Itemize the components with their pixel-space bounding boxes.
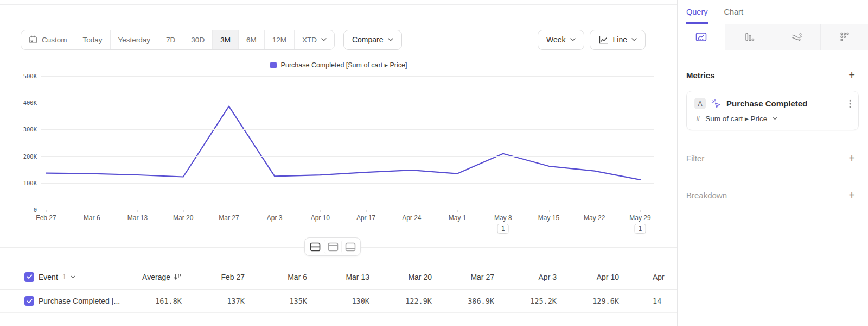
x-axis-label: Mar 20 xyxy=(161,214,206,222)
metric-card[interactable]: A Purchase Completed # Sum of cart ▸ Pri… xyxy=(686,91,859,130)
x-axis-tick xyxy=(366,210,367,212)
date-column-header: Mar 20 xyxy=(377,273,439,281)
row-values: 137K135K130K122.9K386.9K125.2K129.6K14 xyxy=(182,297,677,305)
x-axis-tick xyxy=(320,210,321,212)
x-axis-label: May 29 xyxy=(617,214,663,222)
y-axis-label: 200K xyxy=(0,153,37,160)
range-7d[interactable]: 7D xyxy=(158,30,183,49)
chevron-down-icon[interactable] xyxy=(71,275,75,279)
date-range-group: CustomTodayYesterday7D30D3M6M12MXTD xyxy=(21,30,335,50)
top-divider xyxy=(0,4,677,5)
table-only-button[interactable] xyxy=(341,240,359,254)
value-cell: 125.2K xyxy=(502,297,564,305)
average-header-cell: Average xyxy=(126,273,182,281)
add-breakdown-button[interactable]: + xyxy=(848,190,855,200)
chart-type-bar[interactable] xyxy=(725,24,773,50)
range-label: Custom xyxy=(42,36,67,44)
series-name-cell: Purchase Completed [... xyxy=(0,296,126,306)
legend-label: Purchase Completed [Sum of cart ▸ Price] xyxy=(281,61,407,69)
granularity-dropdown[interactable]: Week xyxy=(538,30,584,50)
value-cell: 122.9K xyxy=(377,297,439,305)
chevron-down-icon xyxy=(773,117,777,120)
range-yesterday[interactable]: Yesterday xyxy=(110,30,158,49)
line-series[interactable] xyxy=(46,106,640,180)
compare-button[interactable]: Compare xyxy=(343,30,402,50)
add-filter-button[interactable]: + xyxy=(848,153,855,164)
annotation-badge[interactable]: 1 xyxy=(635,224,646,234)
flows-icon xyxy=(791,32,802,42)
chart-type-flows[interactable] xyxy=(773,24,820,50)
granularity-label: Week xyxy=(546,35,566,44)
kebab-menu-icon[interactable] xyxy=(849,99,851,108)
breakdown-section-header: Breakdown + xyxy=(678,190,868,200)
x-axis-label: May 8 xyxy=(480,214,526,222)
range-6m[interactable]: 6M xyxy=(238,30,264,49)
value-cell: 130K xyxy=(315,297,377,305)
chart-only-icon xyxy=(328,242,339,252)
metric-letter-badge: A xyxy=(694,98,706,109)
aggregation-dropdown[interactable]: # Sum of cart ▸ Price xyxy=(694,114,851,123)
chart-type-dropdown[interactable]: Line xyxy=(590,30,646,50)
x-axis-tick xyxy=(549,210,550,212)
select-all-checkbox[interactable] xyxy=(24,272,34,282)
x-axis-label: May 1 xyxy=(435,214,480,222)
sort-descending-icon[interactable] xyxy=(174,273,182,281)
tab-query[interactable]: Query xyxy=(686,0,708,24)
range-12m[interactable]: 12M xyxy=(264,30,294,49)
x-axis-tick xyxy=(229,210,229,212)
filter-title: Filter xyxy=(686,154,704,163)
plot-right-border xyxy=(654,76,654,210)
x-axis-tick xyxy=(457,210,458,212)
chevron-down-icon xyxy=(631,38,637,41)
metrics-section-header: Metrics + xyxy=(678,70,868,80)
annotation-badge[interactable]: 1 xyxy=(497,224,509,234)
gridline-300K xyxy=(41,129,654,130)
range-xtd[interactable]: XTD xyxy=(294,30,334,49)
gridline-0 xyxy=(41,210,654,210)
x-axis-label: Apr 10 xyxy=(297,214,343,222)
chart-type-retention[interactable] xyxy=(820,24,868,50)
panel-tabs: Query Chart xyxy=(678,0,868,24)
range-custom[interactable]: Custom xyxy=(21,30,75,49)
date-column-header: Mar 27 xyxy=(439,273,502,281)
value-cell: 135K xyxy=(252,297,315,305)
row-checkbox[interactable] xyxy=(24,296,34,306)
x-axis-label: Apr 17 xyxy=(343,214,389,222)
aggregation-label: Sum of cart ▸ Price xyxy=(705,114,767,123)
gridline-100K xyxy=(41,183,654,184)
check-icon xyxy=(27,299,33,304)
table-row[interactable]: Purchase Completed [... 161.8K 137K135K1… xyxy=(0,290,677,313)
event-dropdown[interactable]: Event xyxy=(39,273,58,281)
line-chart-icon xyxy=(695,32,707,42)
range-30d[interactable]: 30D xyxy=(183,30,212,49)
line-chart[interactable]: 0100K200K300K400K500KFeb 27Mar 6Mar 13Ma… xyxy=(0,76,677,244)
split-view-button[interactable] xyxy=(307,240,324,254)
query-builder-panel: Query Chart xyxy=(677,0,868,326)
add-metric-button[interactable]: + xyxy=(848,70,855,80)
x-axis-tick xyxy=(595,210,595,212)
value-cell: 137K xyxy=(190,297,252,305)
range-label: 3M xyxy=(220,36,231,44)
chart-toolbar: CustomTodayYesterday7D30D3M6M12MXTD Comp… xyxy=(21,29,646,50)
breakdown-title: Breakdown xyxy=(686,191,727,200)
date-column-header: Apr xyxy=(627,273,677,281)
chart-only-button[interactable] xyxy=(324,240,341,254)
x-axis-tick xyxy=(275,210,275,212)
check-icon xyxy=(27,274,33,279)
chart-type-line[interactable] xyxy=(678,24,725,50)
chart-legend-item[interactable]: Purchase Completed [Sum of cart ▸ Price] xyxy=(0,61,677,69)
range-label: 7D xyxy=(166,36,175,44)
date-column-header: Apr 3 xyxy=(502,273,564,281)
table-column-divider xyxy=(190,265,190,314)
average-header-label: Average xyxy=(142,273,170,281)
x-axis-label: May 15 xyxy=(526,214,572,222)
metric-event-name: Purchase Completed xyxy=(726,99,807,108)
x-axis-tick xyxy=(183,210,184,212)
range-3m[interactable]: 3M xyxy=(212,30,238,49)
event-spark-icon xyxy=(711,99,721,109)
range-today[interactable]: Today xyxy=(75,30,110,49)
line-chart-icon xyxy=(598,35,609,45)
results-table: Event 1 Average Feb 27Mar 6Mar 13Mar 20M… xyxy=(0,265,677,313)
x-axis-label: Mar 6 xyxy=(69,214,114,222)
tab-chart[interactable]: Chart xyxy=(724,0,743,24)
